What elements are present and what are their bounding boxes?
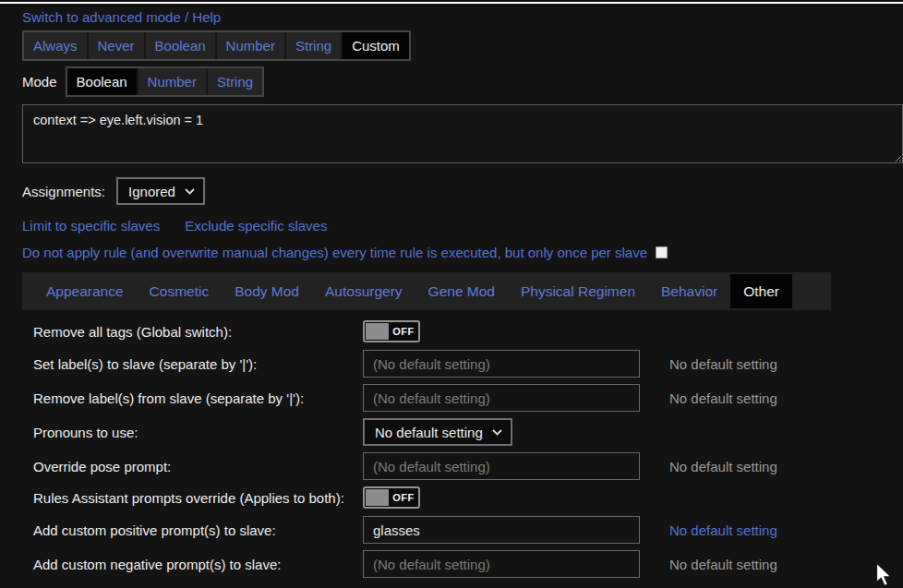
exclude-specific-slaves-link[interactable]: Exclude specific slaves: [185, 218, 327, 234]
other-settings-form: Remove all tags (Global switch): OFF Set…: [22, 320, 903, 578]
positive-prompts-label: Add custom positive prompt(s) to slave:: [22, 522, 363, 538]
tab-string[interactable]: String: [284, 32, 341, 59]
prompts-override-row: Rules Assistant prompts override (Applie…: [22, 486, 903, 509]
assignments-select[interactable]: Ignored: [116, 177, 205, 205]
trigger-tab-group: Always Never Boolean Number String Custo…: [22, 30, 411, 61]
toggle-knob: [366, 323, 389, 340]
set-labels-label: Set label(s) to slave (separate by '|'):: [22, 356, 363, 372]
switch-advanced-mode-link[interactable]: Switch to advanced mode: [22, 9, 181, 25]
tab-always[interactable]: Always: [24, 32, 87, 59]
negative-prompts-default-note: No default setting: [669, 557, 777, 572]
negative-prompts-row: Add custom negative prompt(s) to slave: …: [22, 550, 903, 578]
link-separator: /: [185, 9, 188, 25]
negative-prompts-input[interactable]: [363, 550, 640, 578]
apply-once-checkbox[interactable]: [656, 246, 668, 258]
toggle-state-label: OFF: [389, 492, 418, 503]
limit-specific-slaves-link[interactable]: Limit to specific slaves: [22, 218, 160, 234]
tab-boolean[interactable]: Boolean: [144, 32, 215, 59]
tab-appearance[interactable]: Appearance: [33, 272, 137, 310]
tab-custom[interactable]: Custom: [341, 32, 409, 59]
pronouns-row: Pronouns to use: No default setting: [22, 418, 903, 446]
mode-label: Mode: [22, 74, 57, 90]
override-pose-default-note: No default setting: [669, 459, 777, 474]
mode-row: Mode Boolean Number String: [22, 66, 903, 97]
remove-all-tags-row: Remove all tags (Global switch): OFF: [22, 320, 903, 342]
pronouns-select[interactable]: No default setting: [363, 418, 512, 446]
positive-prompts-default-link[interactable]: No default setting: [669, 522, 777, 538]
remove-labels-default-note: No default setting: [669, 390, 777, 406]
rules-assistant-page: Switch to advanced mode / Help Always Ne…: [0, 9, 903, 578]
remove-labels-row: Remove label(s) from slave (separate by …: [22, 384, 903, 412]
set-labels-default-note: No default setting: [669, 356, 777, 372]
negative-prompts-label: Add custom negative prompt(s) to slave:: [22, 557, 363, 572]
pronouns-label: Pronouns to use:: [22, 425, 363, 440]
category-tab-bar: Appearance Cosmetic Body Mod Autosurgery…: [22, 272, 831, 310]
slave-filter-links: Limit to specific slaves Exclude specifi…: [22, 218, 903, 234]
apply-once-label: Do not apply rule (and overwrite manual …: [22, 245, 647, 260]
positive-prompts-input[interactable]: [363, 516, 640, 544]
mode-tab-number[interactable]: Number: [137, 68, 206, 95]
toggle-state-label: OFF: [389, 326, 418, 337]
remove-all-tags-label: Remove all tags (Global switch):: [22, 324, 363, 340]
top-divider: [0, 2, 903, 4]
assignments-row: Assignments: Ignored: [22, 177, 903, 205]
prompts-override-toggle[interactable]: OFF: [363, 486, 420, 509]
header-links: Switch to advanced mode / Help: [22, 9, 903, 25]
override-pose-row: Override pose prompt: No default setting: [22, 452, 903, 480]
custom-rule-editor[interactable]: context => eye.left.vision = 1: [22, 104, 903, 163]
mouse-cursor: [875, 562, 896, 588]
chevron-down-icon: [492, 429, 502, 436]
tab-never[interactable]: Never: [87, 32, 144, 59]
toggle-knob: [366, 489, 389, 506]
set-labels-row: Set label(s) to slave (separate by '|'):…: [22, 350, 903, 378]
override-pose-label: Override pose prompt:: [22, 459, 363, 474]
prompts-override-label: Rules Assistant prompts override (Applie…: [22, 490, 363, 506]
tab-physical-regimen[interactable]: Physical Regimen: [508, 272, 648, 310]
tab-autosurgery[interactable]: Autosurgery: [312, 272, 415, 310]
mode-tab-group: Boolean Number String: [66, 66, 265, 97]
assignments-label: Assignments:: [22, 184, 105, 199]
tab-body-mod[interactable]: Body Mod: [222, 272, 312, 310]
apply-once-row: Do not apply rule (and overwrite manual …: [22, 245, 903, 260]
chevron-down-icon: [185, 188, 195, 195]
tab-cosmetic[interactable]: Cosmetic: [137, 272, 223, 310]
set-labels-input[interactable]: [363, 350, 640, 378]
tab-other[interactable]: Other: [730, 274, 792, 308]
remove-labels-label: Remove label(s) from slave (separate by …: [22, 390, 363, 406]
help-link[interactable]: Help: [192, 9, 221, 25]
positive-prompts-row: Add custom positive prompt(s) to slave: …: [22, 516, 903, 544]
mode-tab-boolean[interactable]: Boolean: [67, 68, 137, 95]
remove-all-tags-toggle[interactable]: OFF: [363, 320, 420, 342]
tab-behavior[interactable]: Behavior: [648, 272, 730, 310]
mode-tab-string[interactable]: String: [206, 68, 262, 95]
pronouns-select-value: No default setting: [375, 425, 483, 440]
override-pose-input[interactable]: [363, 452, 640, 480]
tab-gene-mod[interactable]: Gene Mod: [415, 272, 508, 310]
tab-number[interactable]: Number: [215, 32, 284, 59]
remove-labels-input[interactable]: [363, 384, 640, 412]
assignments-select-value: Ignored: [128, 184, 175, 199]
